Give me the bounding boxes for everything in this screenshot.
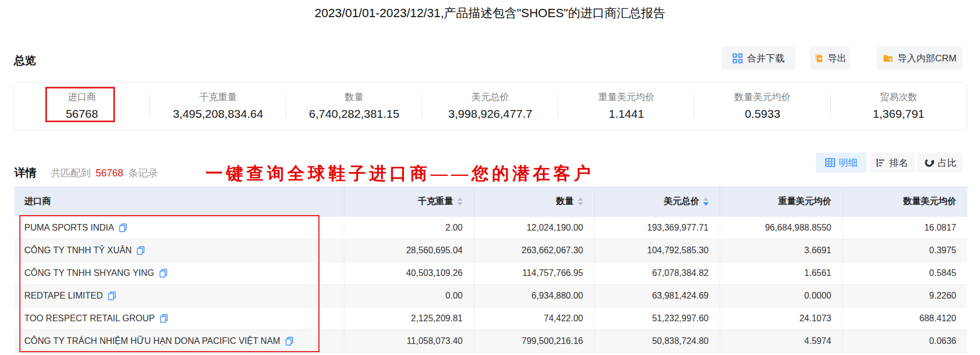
usd-per-qty-cell: 9.2260 [842,285,967,307]
merge-download-button[interactable]: 合并下载 [721,46,795,70]
tab-share-view[interactable]: 占比 [918,153,963,173]
table-row: CÔNG TY TRÁCH NHIỆM HỮU HẠN DONA PACIFIC… [14,330,967,353]
usd-per-qty-cell: 16.0817 [842,217,967,239]
importer-report-page: 2023/01/01-2023/12/31,产品描述包含"SHOES"的进口商汇… [0,0,980,355]
header-usd-per-kg: 重量美元均价 [720,186,842,217]
header-label: 进口商 [24,196,51,207]
quantity-cell: 74,422.00 [474,307,594,330]
import-crm-button[interactable]: 导入内部CRM [877,46,962,70]
sort-arrows-icon[interactable] [578,197,583,206]
tab-rank-label: 排名 [889,156,908,169]
stat-label: 贸易次数 [831,91,967,103]
header-usd-total[interactable]: 美元总价 [594,186,720,217]
usd-per-kg-cell: 4.5974 [720,330,842,352]
merge-download-label: 合并下载 [747,52,785,65]
stat-value: 0.5933 [694,107,830,121]
importer-name-link[interactable]: REDTAPE LIMITED [24,291,103,301]
stat-value: 56768 [14,107,150,121]
usd-total-cell: 193,369,977.71 [594,217,720,239]
import-crm-label: 导入内部CRM [898,52,957,65]
usd-per-qty-cell: 0.0636 [842,330,967,352]
table-row: CÔNG TY TNHH SHYANG YING 40,503,109.26 1… [14,262,967,285]
stat-label: 美元总价 [422,91,558,103]
sort-arrows-icon[interactable] [703,197,709,206]
stat-value: 3,998,926,477.7 [422,107,558,121]
tab-detail-label: 明细 [839,156,858,169]
table-header-row: 进口商 千克重量 数量 美元总价 重量美元均价 数量美元均价 [14,186,967,217]
overview-stats-panel: 进口商 56768 千克重量 3,495,208,834.64 数量 6,740… [13,82,967,130]
usd-per-kg-cell: 96,684,988.8550 [720,217,842,239]
header-label: 千克重量 [418,196,453,207]
importer-table: 进口商 千克重量 数量 美元总价 重量美元均价 数量美元均价 [14,186,967,353]
stat-value: 3,495,208,834.64 [150,107,286,121]
tab-detail-view[interactable]: 明细 [816,153,867,173]
table-row: TOO RESPECT RETAIL GROUP 2,125,209.81 74… [14,307,967,330]
importer-cell: PUMA SPORTS INDIA [14,217,344,239]
header-label: 重量美元均价 [778,196,831,207]
table-row: PUMA SPORTS INDIA 2.00 12,024,190.00 193… [14,217,967,239]
importer-name-link[interactable]: CÔNG TY TRÁCH NHIỆM HỮU HẠN DONA PACIFIC… [24,336,280,346]
stat-value: 6,740,282,381.15 [286,107,422,121]
export-button[interactable]: 导出 [810,46,850,70]
match-count: 56768 [96,168,123,179]
merge-download-icon [732,53,743,64]
stat-label: 重量美元均价 [558,91,694,103]
stat-quantity: 数量 6,740,282,381.15 [286,82,422,130]
copy-icon[interactable] [285,337,294,346]
header-kg-weight[interactable]: 千克重量 [344,186,474,217]
quantity-cell: 6,934,880.00 [474,285,594,307]
stat-importers: 进口商 56768 [14,82,150,130]
stat-usd-per-qty: 数量美元均价 0.5933 [694,82,830,130]
quantity-cell: 114,757,766.95 [474,262,594,284]
detail-heading: 详情 [14,165,36,180]
importer-cell: CÔNG TY TNHH TỶ XUÂN [14,239,344,262]
importer-name-link[interactable]: PUMA SPORTS INDIA [24,223,114,233]
quantity-cell: 263,662,067.30 [474,239,594,262]
usd-per-qty-cell: 688.4120 [842,307,967,330]
kg-weight-cell: 2,125,209.81 [344,307,474,330]
marketing-annotation: 一键查询全球鞋子进口商——您的潜在客户 [206,162,594,185]
usd-total-cell: 104,792,585.30 [594,239,720,262]
importer-cell: TOO RESPECT RETAIL GROUP [14,307,344,330]
usd-total-cell: 51,232,997.60 [594,307,720,330]
page-title: 2023/01/01-2023/12/31,产品描述包含"SHOES"的进口商汇… [0,5,980,22]
importer-name-link[interactable]: CÔNG TY TNHH SHYANG YING [24,268,154,278]
kg-weight-cell: 40,503,109.26 [344,262,474,284]
header-quantity[interactable]: 数量 [474,186,594,217]
usd-total-cell: 67,078,384.82 [594,262,720,284]
kg-weight-cell: 0.00 [344,285,474,307]
usd-per-kg-cell: 1.6561 [720,262,842,284]
rank-bars-icon [876,158,885,168]
stat-value: 1.1441 [558,107,694,121]
stat-usd-per-kg: 重量美元均价 1.1441 [558,82,694,130]
usd-per-kg-cell: 24.1073 [720,307,842,330]
table-row: CÔNG TY TNHH TỶ XUÂN 28,560,695.04 263,6… [14,239,967,262]
usd-per-kg-cell: 0.0000 [720,285,842,307]
copy-icon[interactable] [160,314,168,323]
export-icon [814,53,824,63]
match-suffix: 条记录 [128,168,158,179]
tab-rank-view[interactable]: 排名 [869,153,915,173]
header-importer[interactable]: 进口商 [14,186,344,217]
usd-total-cell: 50,838,724.80 [594,330,720,352]
importer-name-link[interactable]: CÔNG TY TNHH TỶ XUÂN [24,246,132,255]
copy-icon[interactable] [108,291,116,300]
table-grid-icon [825,158,835,167]
copy-icon[interactable] [137,246,145,255]
importer-name-link[interactable]: TOO RESPECT RETAIL GROUP [24,314,155,323]
importer-cell: CÔNG TY TRÁCH NHIỆM HỮU HẠN DONA PACIFIC… [14,330,344,352]
usd-total-cell: 63,981,424.69 [594,285,720,307]
quantity-cell: 12,024,190.00 [474,217,594,239]
stat-label: 千克重量 [150,91,286,103]
sort-arrows-icon[interactable] [457,197,463,206]
copy-icon[interactable] [119,223,127,232]
tab-share-label: 占比 [938,156,957,169]
kg-weight-cell: 28,560,695.04 [344,239,474,262]
table-body: PUMA SPORTS INDIA 2.00 12,024,190.00 193… [14,217,967,353]
copy-icon[interactable] [159,269,167,278]
stat-label: 数量美元均价 [694,91,830,103]
kg-weight-cell: 11,058,073.40 [344,330,474,352]
pie-chart-icon [924,158,934,168]
stat-label: 数量 [286,91,422,103]
export-label: 导出 [828,52,847,65]
